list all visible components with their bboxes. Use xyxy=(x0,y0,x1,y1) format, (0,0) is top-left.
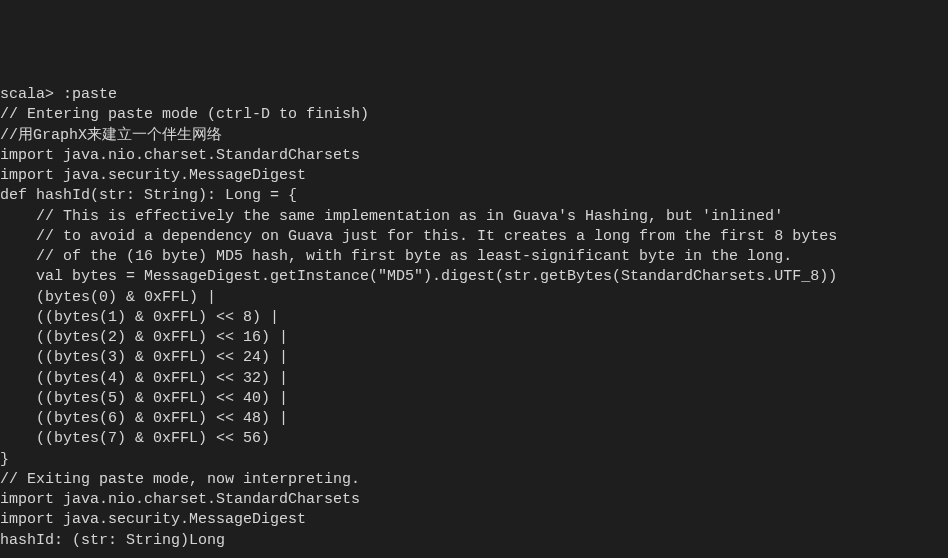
terminal-line: ((bytes(7) & 0xFFL) << 56) xyxy=(0,429,948,449)
terminal-line: ((bytes(1) & 0xFFL) << 8) | xyxy=(0,308,948,328)
terminal-line: // Entering paste mode (ctrl-D to finish… xyxy=(0,105,948,125)
terminal-line: ((bytes(2) & 0xFFL) << 16) | xyxy=(0,328,948,348)
terminal-line: scala> :paste xyxy=(0,85,948,105)
terminal-line: def hashId(str: String): Long = { xyxy=(0,186,948,206)
terminal-line: import java.nio.charset.StandardCharsets xyxy=(0,146,948,166)
terminal-line: // to avoid a dependency on Guava just f… xyxy=(0,227,948,247)
terminal-line: // This is effectively the same implemen… xyxy=(0,207,948,227)
terminal-line: import java.security.MessageDigest xyxy=(0,510,948,530)
terminal-line: // Exiting paste mode, now interpreting. xyxy=(0,470,948,490)
terminal-output[interactable]: scala> :paste// Entering paste mode (ctr… xyxy=(0,85,948,551)
terminal-line: //用GraphX来建立一个伴生网络 xyxy=(0,126,948,146)
terminal-line: import java.nio.charset.StandardCharsets xyxy=(0,490,948,510)
terminal-line: ((bytes(3) & 0xFFL) << 24) | xyxy=(0,348,948,368)
terminal-line: hashId: (str: String)Long xyxy=(0,531,948,551)
terminal-line: // of the (16 byte) MD5 hash, with first… xyxy=(0,247,948,267)
terminal-line: import java.security.MessageDigest xyxy=(0,166,948,186)
terminal-line: ((bytes(5) & 0xFFL) << 40) | xyxy=(0,389,948,409)
terminal-line: ((bytes(4) & 0xFFL) << 32) | xyxy=(0,369,948,389)
terminal-line: ((bytes(6) & 0xFFL) << 48) | xyxy=(0,409,948,429)
terminal-line: } xyxy=(0,450,948,470)
terminal-line: val bytes = MessageDigest.getInstance("M… xyxy=(0,267,948,287)
terminal-line: (bytes(0) & 0xFFL) | xyxy=(0,288,948,308)
